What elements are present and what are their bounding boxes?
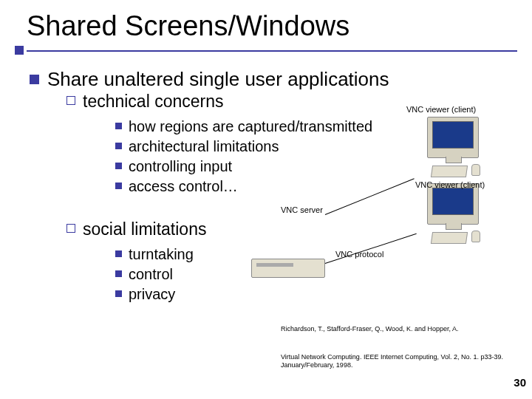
slide: Shared Screens/Windows Share unaltered s… (0, 0, 532, 399)
monitor-icon (427, 117, 479, 158)
arrow-line (325, 233, 417, 264)
diagram-label-client-top: VNC viewer (client) (406, 105, 476, 114)
diagram-label-server: VNC server (281, 205, 323, 214)
vnc-diagram: VNC viewer (client) VNC viewer (client) … (273, 109, 517, 279)
page-number: 30 (514, 376, 526, 389)
citation-authors: Richardson, T., Stafford-Fraser, Q., Woo… (281, 325, 502, 333)
tech-item-1: architectural limitations (129, 138, 279, 154)
keyboard-icon (431, 166, 468, 177)
diagram-label-client-right: VNC viewer (client) (415, 180, 485, 189)
bullet-main-text: Share unaltered single user applications (47, 68, 389, 90)
title-bar: Shared Screens/Windows (0, 10, 532, 42)
list-item: privacy (114, 284, 517, 304)
mouse-icon (471, 231, 480, 242)
title-marker-icon (15, 46, 24, 55)
citation-source: Virtual Network Computing. IEEE Internet… (281, 353, 510, 370)
mouse-icon (471, 164, 480, 176)
monitor-icon (427, 183, 479, 225)
social-item-0: turntaking (129, 246, 194, 262)
bullet-technical-text: technical concerns (83, 92, 224, 111)
arrow-line (325, 178, 415, 215)
server-icon (251, 259, 325, 278)
bullet-social-text: social limitations (83, 219, 206, 239)
tech-item-2: controlling input (129, 158, 232, 174)
social-item-2: privacy (129, 286, 175, 302)
title-underline (27, 50, 517, 52)
slide-title: Shared Screens/Windows (27, 10, 349, 41)
tech-item-3: access control… (129, 178, 238, 194)
keyboard-icon (431, 232, 468, 244)
social-item-1: control (129, 266, 173, 282)
